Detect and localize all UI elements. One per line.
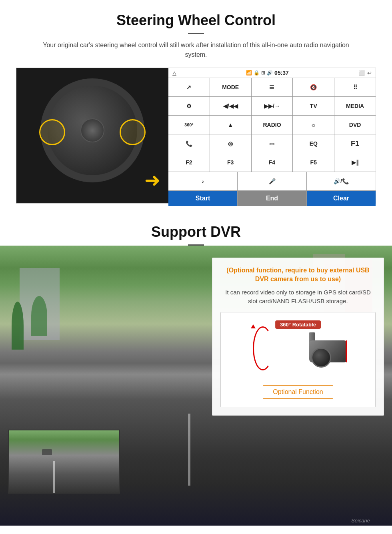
button-row-4: 📞 ◎ ▭ EQ F1	[168, 134, 376, 153]
btn-eject[interactable]: ▲	[210, 116, 251, 134]
bt-icon: 🔊	[267, 70, 273, 76]
btn-mode[interactable]: MODE	[210, 78, 251, 96]
steering-left-circle	[39, 119, 65, 145]
btn-tv[interactable]: TV	[293, 97, 334, 115]
steering-title: Steering Wheel Control	[16, 12, 376, 29]
wifi-icon: 📶	[246, 70, 252, 76]
end-button[interactable]: End	[238, 191, 306, 206]
clear-button[interactable]: Clear	[307, 191, 376, 206]
status-icons: 📶 🔒 ⊞ 🔊 05:37	[246, 70, 289, 76]
status-right: ⬜ ↩	[358, 70, 372, 76]
btn-f5[interactable]: F5	[293, 153, 334, 172]
btn-apps[interactable]: ⠿	[334, 78, 376, 96]
steering-section: Steering Wheel Control Your original car…	[0, 0, 392, 212]
window-icon: ⬜	[358, 70, 365, 76]
dvr-thumbnail	[8, 430, 120, 494]
btn-phone[interactable]: 📞	[168, 134, 210, 153]
control-panel: △ 📶 🔒 ⊞ 🔊 05:37 ⬜ ↩ ↗ MODE	[168, 68, 376, 203]
dvr-section: Support DVR Seicane	[0, 212, 392, 526]
dvr-title: Support DVR	[0, 224, 392, 240]
dvr-container: Seicane (Optional function, require to b…	[0, 246, 392, 526]
btn-playpause[interactable]: ▶‖	[334, 153, 376, 172]
dvr-description: It can record video only to storage in G…	[220, 288, 376, 306]
rotation-arc	[253, 326, 273, 370]
btn-f2[interactable]: F2	[168, 153, 210, 172]
btn-f3[interactable]: F3	[210, 153, 251, 172]
btn-screen[interactable]: ▭	[252, 134, 293, 153]
status-bar: △ 📶 🔒 ⊞ 🔊 05:37 ⬜ ↩	[168, 68, 376, 78]
badge-360: 360° Rotatable	[275, 320, 321, 329]
btn-360[interactable]: 360°	[168, 116, 210, 134]
btn-dvd[interactable]: DVD	[334, 116, 376, 134]
btn-eq[interactable]: EQ	[293, 134, 334, 153]
arc-arrow-up	[251, 324, 256, 328]
steering-arrow-icon: ➜	[144, 169, 160, 191]
btn-next[interactable]: ▶▶/→	[252, 97, 293, 115]
home-icon: △	[172, 70, 176, 76]
steering-wheel-hub	[80, 118, 104, 142]
steering-photo: ➜	[16, 68, 168, 203]
status-time: 05:37	[274, 70, 289, 76]
back-icon: ↩	[367, 70, 372, 76]
button-row-5: F2 F3 F4 F5 ▶‖	[168, 153, 376, 172]
dvr-info-box: (Optional function, require to buy exter…	[212, 258, 384, 416]
button-row-3: 360° ▲ RADIO ☼ DVD	[168, 116, 376, 134]
dvr-optional-title: (Optional function, require to buy exter…	[220, 266, 376, 284]
action-row: Start End Clear	[168, 191, 376, 206]
steering-container: ➜ △ 📶 🔒 ⊞ 🔊 05:37 ⬜ ↩	[16, 68, 376, 204]
btn-mic[interactable]: 🎤	[238, 172, 306, 190]
button-row-1: ↗ MODE ☰ 🔇 ⠿	[168, 78, 376, 96]
steering-right-circle	[120, 119, 146, 145]
btn-settings[interactable]: ⚙	[168, 97, 210, 115]
btn-f4[interactable]: F4	[252, 153, 293, 172]
btn-media[interactable]: MEDIA	[334, 97, 376, 115]
btn-music[interactable]: ♪	[168, 172, 237, 190]
camera-box: 360° Rotatable Optional	[220, 312, 376, 407]
btn-vol-call[interactable]: 🔊/📞	[307, 172, 376, 190]
camera-red-stripe	[346, 340, 347, 362]
btn-prev[interactable]: ◀/◀◀	[210, 97, 251, 115]
btn-f1[interactable]: F1	[334, 134, 376, 153]
btn-nav[interactable]: ↗	[168, 78, 210, 96]
camera-lens	[311, 348, 331, 368]
btn-internet[interactable]: ◎	[210, 134, 251, 153]
seicane-watermark: Seicane	[351, 518, 370, 524]
btn-radio[interactable]: RADIO	[252, 116, 293, 134]
button-row-2: ⚙ ◀/◀◀ ▶▶/→ TV MEDIA	[168, 97, 376, 115]
button-row-6: ♪ 🎤 🔊/📞	[168, 172, 376, 190]
steering-description: Your original car's steering wheel contr…	[32, 40, 360, 60]
grid-icon: ⊞	[261, 70, 265, 76]
start-button[interactable]: Start	[168, 191, 237, 206]
steering-divider	[188, 33, 204, 34]
steering-wheel-visual: ➜	[16, 68, 168, 203]
optional-function-label: Optional Function	[263, 385, 333, 399]
btn-mute[interactable]: 🔇	[293, 78, 334, 96]
dvr-thumb-road	[53, 461, 55, 493]
btn-brightness[interactable]: ☼	[293, 116, 334, 134]
lock-icon: 🔒	[254, 70, 260, 76]
btn-menu[interactable]: ☰	[252, 78, 293, 96]
